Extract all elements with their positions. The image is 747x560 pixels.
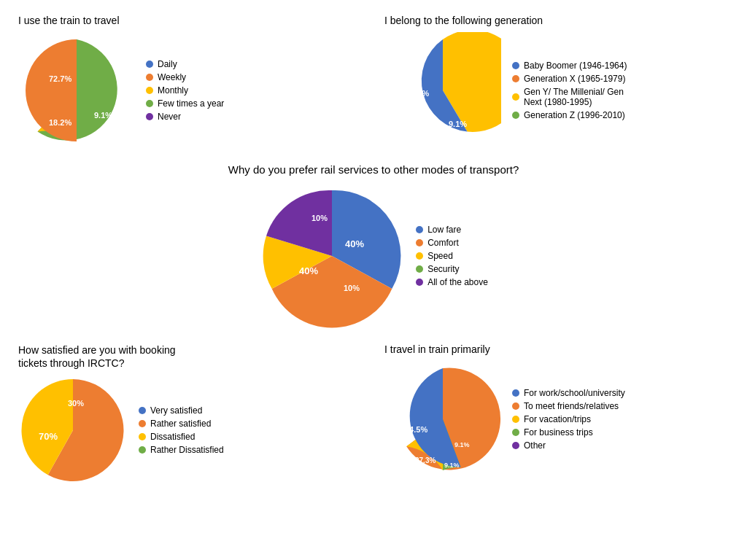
label-rather-satisfied: Rather satisfied [150,419,211,429]
label-comfort: Comfort [427,238,459,248]
train-usage-content: 72.7% 9.1% 18.2% Daily Weekly Mo [18,32,224,149]
label-other: Other [524,440,546,451]
label-tp-273: 27.3% [415,456,436,464]
label-never: Never [158,112,181,122]
legend-gen-y: Gen Y/ The Millenial/ Gen Next (1980-199… [512,87,640,107]
legend-work: For work/school/university [512,388,625,398]
label-sat-30: 30% [68,399,84,408]
label-speed: Speed [427,251,453,261]
label-gen-y: Gen Y/ The Millenial/ Gen Next (1980-199… [524,87,640,107]
generation-section: I belong to the following generation 90.… [374,7,740,156]
train-usage-chart: 72.7% 9.1% 18.2% [18,32,135,149]
label-gen-x: Generation X (1965-1979) [524,74,625,84]
dot-rather-dissatisfied [139,446,146,454]
label-gen-z: Generation Z (1996-2010) [524,110,625,120]
legend-weekly: Weekly [146,72,224,82]
preference-content: 40% 40% 10% 10% Low fare Comfort [259,183,488,329]
legend-dissatisfied: Dissatisfied [139,432,224,442]
travel-purpose-chart: 54.5% 27.3% 9.1% 9.1% [384,361,501,478]
travel-purpose-legend: For work/school/university To meet frien… [512,388,625,451]
travel-purpose-content: 54.5% 27.3% 9.1% 9.1% For work/school/un… [384,361,625,478]
generation-content: 90.9% 9.1% Baby Boomer (1946-1964) Gener… [384,32,640,149]
dot-vacation [512,416,519,423]
label-security: Security [427,264,459,274]
satisfaction-section: How satisfied are you with booking ticke… [7,336,374,492]
label-182: 18.2% [49,118,71,127]
label-vacation: For vacation/trips [524,414,591,424]
dot-business [512,429,519,436]
charts-grid: I use the train to travel [7,7,740,492]
label-727: 72.7% [49,74,71,83]
train-usage-section: I use the train to travel [7,7,374,156]
dot-never [146,113,153,120]
dot-weekly [146,74,153,81]
generation-title: I belong to the following generation [384,15,543,26]
label-91: 9.1% [94,111,112,120]
label-few-times: Few times a year [158,98,224,109]
label-weekly: Weekly [158,72,186,82]
legend-business: For business trips [512,427,625,438]
satisfaction-chart: 70% 30% [18,376,128,485]
label-all-above: All of the above [427,277,488,287]
label-business: For business trips [524,427,593,438]
label-very-satisfied: Very satisfied [150,405,202,416]
legend-monthly: Monthly [146,85,224,96]
legend-daily: Daily [146,59,224,69]
label-pref-10b: 10% [344,284,360,292]
satisfaction-title: How satisfied are you with booking ticke… [18,343,179,370]
train-usage-title: I use the train to travel [18,15,120,26]
label-daily: Daily [158,59,177,69]
label-tp-91a: 9.1% [444,462,460,469]
dot-gen-x [512,75,519,82]
legend-gen-x: Generation X (1965-1979) [512,74,640,84]
label-909: 90.9% [406,89,429,98]
dot-gen-y [512,93,519,101]
dot-monthly [146,87,153,94]
label-low-fare: Low fare [427,225,461,235]
legend-very-satisfied: Very satisfied [139,405,224,416]
generation-legend: Baby Boomer (1946-1964) Generation X (19… [512,61,640,120]
satisfaction-content: 70% 30% Very satisfied Rather satisfied … [18,376,224,485]
label-dissatisfied: Dissatisfied [150,432,195,442]
dot-other [512,442,519,449]
legend-speed: Speed [416,251,488,261]
dot-baby-boomer [512,62,519,69]
dot-rather-satisfied [139,420,146,427]
legend-gen-z: Generation Z (1996-2010) [512,110,640,120]
preference-section: Why do you prefer rail services to other… [7,156,740,336]
label-monthly: Monthly [158,85,188,96]
generation-chart: 90.9% 9.1% [384,32,501,149]
dot-daily [146,61,153,68]
dot-low-fare [416,226,423,233]
preference-chart: 40% 40% 10% 10% [259,183,405,329]
dot-friends [512,402,519,410]
label-91-gen: 9.1% [449,120,467,128]
travel-purpose-section: I travel in train primarily [374,336,740,492]
label-sat-70: 70% [39,431,58,442]
label-pref-40a: 40% [299,265,318,276]
legend-low-fare: Low fare [416,225,488,235]
dot-work [512,389,519,397]
preference-legend: Low fare Comfort Speed Security [416,225,488,287]
label-tp-545: 54.5% [405,425,427,434]
dot-comfort [416,239,423,246]
legend-never: Never [146,112,224,122]
label-pref-10a: 10% [311,214,328,222]
legend-security: Security [416,264,488,274]
dot-speed [416,252,423,260]
legend-vacation: For vacation/trips [512,414,625,424]
page: I use the train to travel [0,0,747,560]
train-usage-legend: Daily Weekly Monthly Few times a year [146,59,224,122]
label-work: For work/school/university [524,388,625,398]
dot-few-times [146,100,153,107]
legend-other: Other [512,440,625,451]
legend-rather-dissatisfied: Rather Dissatisfied [139,445,224,455]
legend-rather-satisfied: Rather satisfied [139,419,224,429]
legend-all-above: All of the above [416,277,488,287]
travel-purpose-title: I travel in train primarily [384,343,490,355]
legend-few-times: Few times a year [146,98,224,109]
label-tp-91b: 9.1% [454,441,470,448]
dot-very-satisfied [139,407,146,414]
preference-title: Why do you prefer rail services to other… [228,163,519,176]
label-friends: To meet friends/relatives [524,401,619,411]
